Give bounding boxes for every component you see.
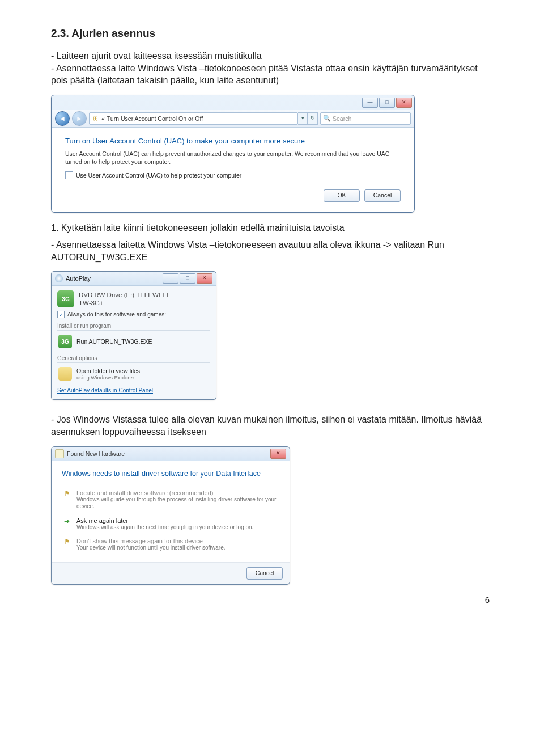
uac-description: User Account Control (UAC) can help prev… [65, 150, 401, 166]
hardware-icon [55, 449, 64, 458]
drive-name-line1: DVD RW Drive (E:) TELEWELL [79, 291, 170, 299]
shield-icon: ⛨ [93, 115, 99, 122]
always-label: Always do this for software and games: [67, 311, 166, 318]
autoplay-defaults-link[interactable]: Set AutoPlay defaults in Control Panel [57, 387, 210, 394]
cancel-button[interactable]: Cancel [246, 567, 283, 580]
explorer-toolbar: ◄ ► ⛨ « Turn User Account Control On or … [52, 110, 414, 128]
search-icon: 🔍 [323, 115, 331, 122]
fnh-opt3-sub: Your device will not function until you … [76, 544, 278, 552]
breadcrumb[interactable]: ⛨ « Turn User Account Control On or Off [89, 112, 298, 125]
disc-icon [55, 274, 63, 282]
autoplay-title: AutoPlay [66, 275, 91, 282]
drive-name-line2: TW-3G+ [79, 299, 170, 307]
autoplay-dialog: AutoPlay — □ ✕ 3G DVD RW Drive (E:) TELE… [51, 271, 216, 400]
section-heading: 2.3. Ajurien asennus [51, 27, 493, 40]
shield-icon: ⚑ [63, 538, 71, 546]
minimize-button[interactable]: — [362, 98, 378, 108]
page-number: 6 [51, 595, 493, 605]
refresh-button[interactable]: ↻ [308, 112, 318, 125]
open-folder-label: Open folder to view files [76, 368, 140, 375]
minimize-button[interactable]: — [163, 273, 178, 284]
general-section-label: General options [57, 355, 210, 363]
fnh-option-locate[interactable]: ⚑ Locate and install driver software (re… [62, 486, 279, 514]
close-button[interactable]: ✕ [396, 98, 412, 108]
breadcrumb-prefix: « [101, 115, 105, 122]
close-button[interactable]: ✕ [197, 273, 212, 284]
uac-heading: Turn on User Account Control (UAC) to ma… [65, 137, 401, 145]
cancel-button[interactable]: Cancel [364, 189, 401, 202]
found-new-hardware-dialog: Found New Hardware ✕ Windows needs to in… [51, 446, 290, 585]
fnh-opt2-title: Ask me again later [76, 517, 278, 524]
run-autorun-label: Run AUTORUN_TW3G.EXE [76, 338, 152, 345]
step-1: 1. Kytketään laite kiinni tietokoneeseen… [51, 223, 493, 233]
fnh-opt1-sub: Windows will guide you through the proce… [76, 496, 278, 510]
always-checkbox-row[interactable]: ✓ Always do this for software and games: [57, 311, 210, 318]
fnh-note: - Jos Windows Vistassa tulee alla olevan… [51, 413, 493, 438]
install-section-label: Install or run program [57, 323, 210, 331]
forward-button[interactable]: ► [72, 111, 87, 126]
fnh-opt1-title: Locate and install driver software (reco… [76, 489, 278, 496]
fnh-title-text: Found New Hardware [67, 450, 125, 457]
maximize-button[interactable]: □ [379, 98, 395, 108]
uac-window: — □ ✕ ◄ ► ⛨ « Turn User Account Control … [51, 95, 415, 213]
fnh-heading: Windows needs to install driver software… [62, 469, 279, 478]
fnh-option-later[interactable]: ➔ Ask me again later Windows will ask ag… [62, 514, 279, 535]
back-button[interactable]: ◄ [55, 111, 70, 126]
window-titlebar: — □ ✕ [52, 95, 414, 110]
fnh-opt2-sub: Windows will ask again the next time you… [76, 524, 278, 531]
uac-checkbox-row[interactable]: Use User Account Control (UAC) to help p… [65, 171, 401, 179]
autoplay-titlebar: AutoPlay — □ ✕ [52, 272, 216, 286]
close-button[interactable]: ✕ [270, 449, 286, 459]
maximize-button[interactable]: □ [180, 273, 196, 284]
fnh-titlebar: Found New Hardware ✕ [52, 447, 290, 461]
run-autorun-item[interactable]: 3G Run AUTORUN_TW3G.EXE [57, 332, 210, 350]
device-3g-icon: 3G [57, 290, 74, 307]
intro-paragraph: - Laitteen ajurit ovat laitteessa itsess… [51, 50, 493, 87]
checkbox-icon[interactable] [65, 171, 73, 179]
open-folder-item[interactable]: Open folder to view files using Windows … [57, 365, 210, 383]
run-3g-icon: 3G [58, 335, 72, 348]
search-placeholder: Search [333, 115, 351, 122]
shield-icon: ⚑ [63, 489, 71, 497]
ok-button[interactable]: OK [324, 189, 360, 202]
drive-info: 3G DVD RW Drive (E:) TELEWELL TW-3G+ [57, 290, 210, 307]
checkbox-icon[interactable]: ✓ [57, 311, 65, 318]
breadcrumb-dropdown[interactable]: ▾ [298, 112, 308, 125]
fnh-opt3-title: Don't show this message again for this d… [76, 538, 278, 544]
uac-content: Turn on User Account Control (UAC) to ma… [52, 128, 414, 212]
breadcrumb-text: Turn User Account Control On or Off [107, 115, 203, 122]
folder-icon [58, 367, 72, 381]
arrow-icon: ➔ [63, 517, 71, 525]
fnh-option-dontshow[interactable]: ⚑ Don't show this message again for this… [62, 534, 279, 555]
open-folder-sub: using Windows Explorer [76, 374, 140, 381]
autoplay-note: - Asennettaessa laitetta Windows Vista –… [51, 239, 493, 263]
uac-checkbox-label: Use User Account Control (UAC) to help p… [76, 172, 241, 179]
search-input[interactable]: 🔍 Search [320, 112, 411, 125]
